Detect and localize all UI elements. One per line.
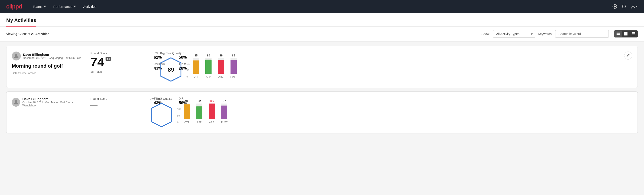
score-big: — <box>90 101 140 108</box>
card-left: Dave Billingham December 05, 2021 · Gog … <box>12 52 83 75</box>
chart-col-ott: 94 OTT <box>184 100 190 124</box>
user-name: Dave Billingham <box>23 53 81 56</box>
svg-rect-11 <box>632 32 635 33</box>
user-date: December 05, 2021 · Gog Magog Golf Club … <box>23 56 81 60</box>
shot-quality: Avg Shot Quality 100 50 0 <box>150 97 632 128</box>
page-title: My Activities <box>6 13 36 26</box>
shot-quality: Avg Shot Quality 89 100 50 0 <box>160 52 617 82</box>
card-edit-button[interactable] <box>624 52 632 60</box>
avg-shot-label: Avg Shot Quality <box>160 52 182 55</box>
bar-chart-inner: 85 OTT 90 APP <box>191 56 238 78</box>
avatar <box>12 98 20 107</box>
svg-rect-13 <box>632 34 635 35</box>
user-avatar[interactable] <box>630 4 638 9</box>
navbar-right <box>612 4 638 9</box>
app-bar <box>196 106 202 119</box>
activity-title: Morning round of golf <box>12 63 83 69</box>
chart-col-putt: 89 PUTT <box>230 54 237 78</box>
chart-y-labels: 100 50 0 <box>186 62 190 78</box>
filter-bar: Viewing 12 out of 29 Activities Show: Al… <box>0 26 644 42</box>
user-name: Dave Billingham <box>22 97 83 101</box>
chart-col-arg: 106 ARG <box>209 100 215 124</box>
user-info: Dave Billingham October 16, 2021 · Gog M… <box>12 97 83 107</box>
user-date: October 16, 2021 · Gog Magog Golf Club -… <box>22 101 83 107</box>
card-stats: Round Score — <box>90 97 140 108</box>
chart-y-labels: 100 50 0 <box>177 108 181 124</box>
keywords-label: Keywords: <box>538 32 552 36</box>
chart-col-app: 82 APP <box>196 100 202 124</box>
nav-item-teams[interactable]: Teams <box>33 5 46 8</box>
card-stats: Round Score 74 +4 18 Holes <box>90 52 140 74</box>
svg-rect-6 <box>616 34 620 35</box>
nav-item-performance[interactable]: Performance <box>53 5 76 8</box>
activity-card: Dave Billingham October 16, 2021 · Gog M… <box>6 92 638 134</box>
bar-chart: 100 50 0 85 OTT <box>186 56 617 78</box>
navbar: clippd Teams Performance Activities <box>0 0 644 13</box>
hex-container <box>150 102 173 128</box>
data-source: Data Source: Arccos <box>12 72 83 75</box>
activity-type-dropdown[interactable]: All Activity Types <box>493 30 535 38</box>
score-row: Round Score 74 +4 18 Holes FW Hit 62% GI… <box>90 52 153 74</box>
chart-col-putt: 87 PUTT <box>221 100 228 124</box>
search-input[interactable] <box>555 30 609 38</box>
putt-bar <box>230 60 237 74</box>
chart-col-app: 90 APP <box>205 54 212 78</box>
svg-rect-5 <box>616 34 620 34</box>
hexagon-wrap <box>150 102 173 128</box>
avg-shot-label: Avg Shot Quality <box>150 97 173 100</box>
putt-bar <box>221 106 228 119</box>
svg-rect-7 <box>624 32 626 34</box>
chart-col-ott: 85 OTT <box>193 54 199 78</box>
hexagon-wrap: 89 <box>160 57 182 82</box>
score-holes: 18 Holes <box>90 70 140 74</box>
bar-chart: 100 50 0 94 OTT 82 <box>177 101 632 124</box>
svg-rect-8 <box>626 32 628 34</box>
round-score-label: Round Score <box>90 97 140 100</box>
arg-bar <box>209 104 215 119</box>
activities-list: Dave Billingham December 05, 2021 · Gog … <box>0 42 644 138</box>
svg-point-16 <box>15 100 17 102</box>
view-list-dense-button[interactable] <box>614 30 622 37</box>
ott-bar <box>184 104 190 119</box>
view-list-full-button[interactable] <box>630 30 638 37</box>
arg-bar <box>218 60 224 74</box>
brand-logo[interactable]: clippd <box>6 3 22 10</box>
activity-card: Dave Billingham December 05, 2021 · Gog … <box>6 46 638 88</box>
viewing-count-text: Viewing 12 out of 29 Activities <box>6 32 49 36</box>
round-score-label: Round Score <box>90 52 140 55</box>
page-header: My Activities <box>0 13 644 26</box>
nav-item-activities[interactable]: Activities <box>83 5 96 8</box>
app-bar <box>205 60 212 74</box>
refresh-icon[interactable] <box>622 4 626 9</box>
view-toggle <box>614 30 638 38</box>
svg-rect-9 <box>624 34 626 36</box>
activity-type-select[interactable]: All Activity Types <box>493 30 535 38</box>
chart-col-arg: 89 ARG <box>218 54 224 78</box>
score-row: Round Score — FW Hit 43% GIR 56% <box>90 97 143 108</box>
svg-point-14 <box>15 54 18 56</box>
show-label: Show: <box>482 32 490 36</box>
svg-marker-17 <box>152 103 172 127</box>
svg-rect-10 <box>626 34 628 36</box>
svg-rect-12 <box>632 34 635 34</box>
svg-rect-4 <box>616 32 620 33</box>
score-big: 74 +4 <box>90 56 140 68</box>
score-badge: +4 <box>106 57 111 61</box>
svg-point-3 <box>632 5 634 7</box>
ott-bar <box>193 60 199 74</box>
filter-controls: Show: All Activity Types Keywords: <box>482 30 638 38</box>
card-left: Dave Billingham October 16, 2021 · Gog M… <box>12 97 83 110</box>
bar-chart-inner: 94 OTT 82 APP <box>182 101 230 124</box>
add-icon[interactable] <box>612 4 617 9</box>
user-info: Dave Billingham December 05, 2021 · Gog … <box>12 52 83 60</box>
hex-container: 89 <box>160 57 182 82</box>
avatar <box>12 52 21 60</box>
view-grid-button[interactable] <box>622 30 630 37</box>
hex-score: 89 <box>168 66 174 73</box>
